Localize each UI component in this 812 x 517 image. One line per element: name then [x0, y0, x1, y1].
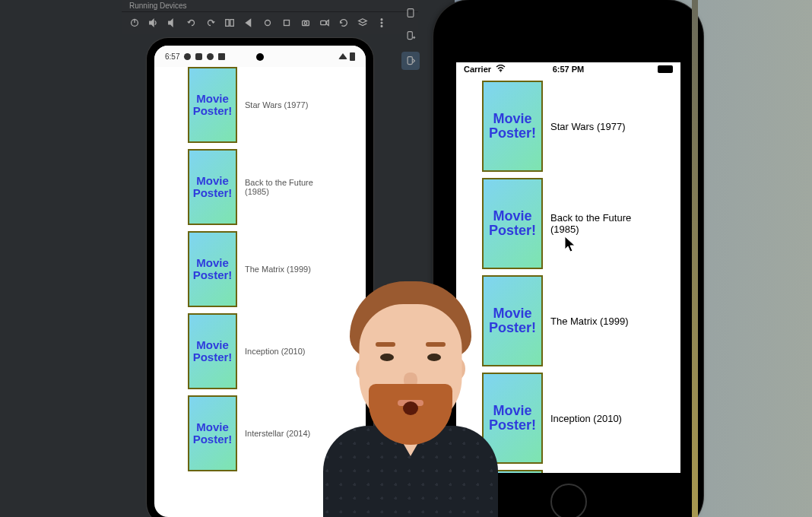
record-icon[interactable] [319, 17, 330, 28]
svg-point-15 [381, 22, 382, 24]
running-devices-tab[interactable]: Running Devices [129, 2, 187, 10]
ios-home-button[interactable] [550, 484, 587, 517]
battery-icon [350, 52, 355, 61]
device-add-icon[interactable] [404, 29, 417, 43]
location-icon [195, 53, 202, 60]
svg-point-7 [265, 21, 271, 26]
list-item[interactable]: Movie Poster! Inception (2010) [188, 313, 332, 389]
poster-text-1: Movie [196, 421, 229, 433]
volume-up-icon[interactable] [148, 17, 159, 28]
ide-toolbar: Running Devices [122, 0, 418, 34]
poster-text-2: Poster! [489, 321, 536, 335]
movie-poster-placeholder: Movie Poster! [188, 231, 237, 307]
overview-icon[interactable] [281, 17, 292, 28]
split-icon[interactable] [224, 17, 235, 28]
list-item[interactable]: Movie Poster! Star Wars (1977) [482, 81, 655, 172]
svg-marker-12 [327, 21, 329, 26]
poster-text-2: Poster! [489, 418, 536, 433]
status-square-icon [218, 53, 225, 60]
list-item[interactable]: Movie Poster! Interstellar (2014) [188, 395, 332, 471]
svg-marker-2 [150, 20, 154, 27]
list-item[interactable]: Movie Poster! The Matrix (1999) [482, 275, 655, 366]
ios-status-bar: Carrier 6:57 PM [456, 62, 680, 76]
svg-rect-18 [408, 32, 412, 40]
poster-text-2: Poster! [193, 269, 233, 281]
ios-movie-list[interactable]: Movie Poster! Star Wars (1977) Movie Pos… [456, 76, 680, 473]
reload-icon[interactable] [338, 17, 349, 28]
ios-carrier: Carrier [464, 65, 491, 74]
movie-title: Star Wars (1977) [550, 121, 626, 132]
android-screen[interactable]: 6:57 Movie Poster! Star Wars (1977) [154, 46, 366, 517]
android-movie-list[interactable]: Movie Poster! Star Wars (1977) Movie Pos… [154, 67, 366, 471]
movie-title: Back to the Future (1985) [550, 212, 655, 235]
poster-text-1: Movie [196, 175, 229, 187]
movie-title: Interstellar (2014) [245, 429, 310, 438]
poster-text-1: Movie [493, 404, 531, 418]
home-icon[interactable] [262, 17, 273, 28]
svg-marker-6 [246, 20, 251, 27]
svg-rect-11 [321, 21, 326, 24]
android-emulator-frame: 6:57 Movie Poster! Star Wars (1977) [147, 38, 373, 517]
background-strip [692, 0, 698, 517]
movie-poster-placeholder: Movie Poster! [482, 373, 543, 464]
movie-poster-placeholder: Movie Poster! [188, 313, 237, 389]
list-item[interactable]: Movie Poster! Inception (2010) [482, 373, 655, 464]
svg-rect-5 [230, 20, 233, 27]
poster-text-2: Poster! [489, 224, 536, 238]
movie-poster-placeholder: Movie Poster! [188, 395, 237, 471]
movie-poster-placeholder: Movie Poster! [482, 81, 543, 172]
ios-clock: 6:57 PM [553, 65, 585, 74]
svg-rect-8 [284, 21, 290, 26]
ios-simulator-frame: Carrier 6:57 PM Movie Poster! Star Wars … [433, 0, 703, 517]
poster-text-2: Poster! [193, 433, 233, 446]
more-icon[interactable] [376, 17, 387, 28]
poster-text-1: Movie [196, 339, 229, 351]
layers-icon[interactable] [357, 17, 368, 28]
list-item[interactable]: Movie Poster! Star Wars (1977) [188, 67, 332, 143]
battery-icon [658, 65, 673, 73]
status-dot-icon [184, 53, 191, 60]
android-camera-hole [256, 53, 264, 61]
poster-text-1: Movie [493, 112, 531, 126]
movie-title: The Matrix (1999) [245, 265, 311, 274]
volume-down-icon[interactable] [167, 17, 178, 28]
rotate-right-icon[interactable] [205, 17, 216, 28]
movie-poster-placeholder: Movie Poster! [482, 275, 543, 366]
poster-text-1: Movie [493, 209, 531, 224]
device-mirror-icon[interactable] [401, 52, 420, 70]
movie-poster-placeholder: Movie Poster! [188, 67, 237, 143]
back-icon[interactable] [243, 17, 254, 28]
poster-text-1: Movie [493, 306, 531, 321]
status-dot-icon [207, 53, 214, 60]
poster-text-2: Poster! [193, 105, 233, 117]
screenshot-icon[interactable] [300, 17, 311, 28]
list-item[interactable] [482, 470, 655, 473]
wifi-icon [496, 65, 506, 74]
list-item[interactable]: Movie Poster! Back to the Future (1985) [188, 149, 332, 225]
svg-rect-17 [408, 9, 414, 17]
poster-text-1: Movie [196, 93, 229, 105]
poster-text-1: Movie [196, 257, 229, 269]
wifi-icon [338, 53, 347, 59]
svg-point-22 [500, 71, 502, 72]
svg-marker-3 [169, 20, 173, 27]
ios-screen[interactable]: Carrier 6:57 PM Movie Poster! Star Wars … [456, 62, 680, 473]
poster-text-2: Poster! [193, 351, 233, 363]
movie-title: The Matrix (1999) [550, 316, 629, 327]
power-icon[interactable] [129, 17, 140, 28]
svg-rect-21 [408, 57, 412, 65]
movie-poster-placeholder [482, 470, 543, 473]
movie-title: Star Wars (1977) [245, 100, 308, 109]
svg-rect-4 [226, 20, 229, 27]
list-item[interactable]: Movie Poster! Back to the Future (1985) [482, 178, 655, 269]
poster-text-2: Poster! [193, 187, 233, 199]
svg-marker-13 [359, 19, 367, 23]
rotate-left-icon[interactable] [186, 17, 197, 28]
movie-title: Inception (2010) [550, 413, 622, 424]
svg-point-14 [381, 19, 382, 21]
movie-poster-placeholder: Movie Poster! [482, 178, 543, 269]
list-item[interactable]: Movie Poster! The Matrix (1999) [188, 231, 332, 307]
device-panel-icon[interactable] [404, 6, 417, 20]
movie-poster-placeholder: Movie Poster! [188, 149, 237, 225]
movie-title: Inception (2010) [245, 347, 306, 356]
